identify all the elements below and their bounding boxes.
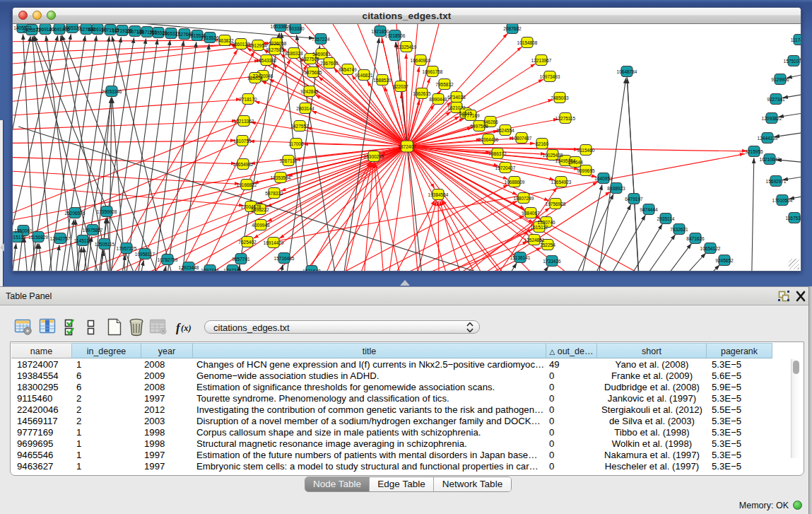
svg-text:4009948: 4009948 xyxy=(252,223,270,228)
svg-text:12942757: 12942757 xyxy=(50,236,71,241)
svg-text:7625402: 7625402 xyxy=(238,240,257,245)
svg-text:16210643: 16210643 xyxy=(760,157,780,162)
svg-text:2718170: 2718170 xyxy=(239,97,257,102)
svg-text:20364436: 20364436 xyxy=(478,137,499,142)
svg-text:8186328: 8186328 xyxy=(285,51,303,56)
svg-text:3915139: 3915139 xyxy=(13,235,26,240)
svg-text:18807249: 18807249 xyxy=(514,196,534,201)
svg-text:1292345: 1292345 xyxy=(223,268,242,271)
svg-text:5498222: 5498222 xyxy=(251,207,269,212)
svg-text:7515526: 7515526 xyxy=(201,35,219,40)
svg-text:9245652: 9245652 xyxy=(715,258,734,263)
svg-text:62160: 62160 xyxy=(536,141,548,146)
svg-text:6479197: 6479197 xyxy=(625,197,643,201)
svg-text:154644: 154644 xyxy=(567,160,583,165)
svg-text:8454749: 8454749 xyxy=(339,67,357,72)
svg-text:3875685: 3875685 xyxy=(304,70,322,75)
svg-text:12213967: 12213967 xyxy=(531,58,552,63)
svg-text:1167533: 1167533 xyxy=(786,216,801,221)
svg-text:9242848: 9242848 xyxy=(300,89,319,94)
svg-text:15300275: 15300275 xyxy=(364,154,384,159)
svg-text:(x): (x) xyxy=(181,323,192,333)
svg-text:3624554: 3624554 xyxy=(496,128,514,133)
svg-text:10973493: 10973493 xyxy=(540,74,560,79)
svg-text:1117463: 1117463 xyxy=(791,37,801,42)
svg-text:2367608: 2367608 xyxy=(320,61,339,66)
svg-text:7986372: 7986372 xyxy=(488,151,507,156)
svg-text:15226058: 15226058 xyxy=(266,41,287,46)
svg-text:1603380: 1603380 xyxy=(286,26,305,31)
svg-text:29053346: 29053346 xyxy=(102,89,122,94)
svg-text:1571648: 1571648 xyxy=(302,269,321,271)
svg-text:1872407: 1872407 xyxy=(398,144,416,149)
svg-text:15716485: 15716485 xyxy=(274,256,295,261)
svg-text:117006: 117006 xyxy=(288,141,304,146)
svg-text:5878332: 5878332 xyxy=(265,191,283,196)
svg-text:2087682: 2087682 xyxy=(503,26,522,31)
svg-text:7485003: 7485003 xyxy=(551,95,569,100)
svg-text:19166822: 19166822 xyxy=(237,182,257,187)
svg-text:13654923: 13654923 xyxy=(551,180,572,185)
svg-text:1145119: 1145119 xyxy=(74,238,92,243)
svg-text:12444139: 12444139 xyxy=(758,136,778,141)
svg-text:13524851: 13524851 xyxy=(524,238,545,243)
svg-text:1350061: 1350061 xyxy=(14,228,33,233)
svg-text:12505115: 12505115 xyxy=(95,242,115,247)
svg-text:7955812: 7955812 xyxy=(435,82,454,87)
svg-text:1292344: 1292344 xyxy=(201,268,219,271)
svg-text:26206576: 26206576 xyxy=(65,211,86,216)
svg-text:16914479: 16914479 xyxy=(264,240,284,245)
svg-text:19218506: 19218506 xyxy=(385,33,406,38)
svg-text:3267110: 3267110 xyxy=(280,158,298,163)
svg-text:10807487: 10807487 xyxy=(512,136,532,141)
svg-text:12275115: 12275115 xyxy=(555,116,576,121)
svg-text:16961758: 16961758 xyxy=(423,69,443,74)
svg-text:9660123: 9660123 xyxy=(232,42,250,47)
svg-text:13325419: 13325419 xyxy=(396,45,417,49)
svg-text:7357224: 7357224 xyxy=(312,37,330,42)
svg-text:17359928: 17359928 xyxy=(97,209,117,214)
svg-text:1733426: 1733426 xyxy=(543,259,561,264)
svg-text:15751074: 15751074 xyxy=(784,59,801,64)
svg-text:19384554: 19384554 xyxy=(428,192,449,197)
svg-text:10154808: 10154808 xyxy=(517,40,538,45)
svg-text:11156829: 11156829 xyxy=(28,235,48,240)
svg-text:2803144: 2803144 xyxy=(296,106,314,111)
svg-text:9146821: 9146821 xyxy=(355,73,373,78)
svg-text:1810755: 1810755 xyxy=(233,139,252,144)
svg-text:10975857: 10975857 xyxy=(83,228,103,233)
svg-text:1362615: 1362615 xyxy=(413,91,431,96)
svg-text:15720407: 15720407 xyxy=(495,165,516,170)
svg-text:10688609: 10688609 xyxy=(505,180,525,185)
svg-text:822037: 822037 xyxy=(393,84,408,89)
svg-text:1615112: 1615112 xyxy=(531,225,548,230)
svg-text:10958117: 10958117 xyxy=(135,252,155,257)
svg-text:16782759: 16782759 xyxy=(158,257,178,262)
svg-text:12923448: 12923448 xyxy=(179,265,199,270)
svg-text:9657791: 9657791 xyxy=(232,257,250,262)
svg-text:6734028: 6734028 xyxy=(447,95,466,100)
svg-text:16543382: 16543382 xyxy=(257,58,277,63)
svg-text:3912954: 3912954 xyxy=(249,43,267,48)
svg-text:8990448: 8990448 xyxy=(429,97,447,102)
svg-text:16640910: 16640910 xyxy=(411,58,431,63)
svg-text:10654982: 10654982 xyxy=(233,162,254,167)
svg-text:9699695: 9699695 xyxy=(577,168,595,173)
svg-text:19756928: 19756928 xyxy=(546,201,566,206)
svg-text:17957225: 17957225 xyxy=(117,246,137,251)
svg-text:12093822: 12093822 xyxy=(762,116,782,121)
svg-text:10654122: 10654122 xyxy=(700,246,721,251)
svg-text:989014: 989014 xyxy=(247,76,263,81)
svg-text:9384067: 9384067 xyxy=(522,211,540,216)
svg-text:252254: 252254 xyxy=(540,243,555,247)
svg-text:3215955: 3215955 xyxy=(745,149,763,154)
svg-text:3427552: 3427552 xyxy=(290,124,309,129)
svg-text:10025438: 10025438 xyxy=(543,153,563,158)
svg-text:10648784: 10648784 xyxy=(617,69,637,74)
svg-text:1588520: 1588520 xyxy=(373,78,392,83)
svg-text:9129906: 9129906 xyxy=(771,77,789,82)
svg-text:6497568: 6497568 xyxy=(470,124,488,129)
svg-text:9777169: 9777169 xyxy=(461,113,480,118)
svg-text:17010504: 17010504 xyxy=(772,198,793,203)
svg-text:5469081: 5469081 xyxy=(312,52,331,57)
